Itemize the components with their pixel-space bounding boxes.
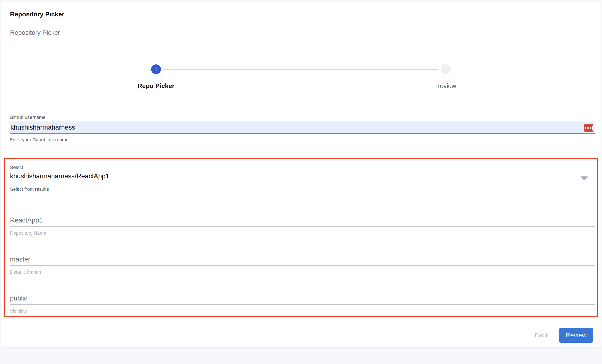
footer-actions: Back Review: [535, 328, 593, 343]
repository-name-underline: [10, 226, 595, 227]
step-2-label: Review: [414, 82, 478, 89]
password-manager-bar: [592, 126, 593, 130]
step-1-label: Repo Picker: [124, 82, 188, 89]
step-1-indicator[interactable]: 1: [151, 64, 161, 74]
page-subtitle: Repository Picker: [10, 29, 60, 36]
github-username-label: Github username: [10, 115, 595, 120]
password-manager-dot: [587, 127, 589, 129]
repository-name-value: ReactApp1: [10, 216, 595, 225]
github-username-input[interactable]: [10, 121, 595, 134]
visibility-field[interactable]: public Visibility: [10, 294, 595, 314]
repository-name-label: Repository Name: [10, 230, 595, 236]
back-button[interactable]: Back: [535, 332, 549, 339]
stepper: 1 2 Repo Picker Review: [1, 64, 601, 92]
visibility-label: Visibility: [10, 308, 595, 314]
default-branch-value: master: [10, 255, 595, 264]
github-username-helper: Enter your Github username: [10, 137, 595, 143]
password-manager-dot: [590, 127, 591, 129]
visibility-underline: [10, 304, 595, 305]
github-username-input-wrap: [10, 121, 595, 134]
visibility-value: public: [10, 294, 595, 303]
repository-name-field[interactable]: ReactApp1 Repository Name: [10, 216, 595, 236]
password-manager-icon[interactable]: [584, 124, 593, 132]
repository-picker-card: Repository Picker Repository Picker 1 2 …: [1, 2, 601, 347]
repo-select-value: khushisharmaharness/ReactApp1: [10, 172, 109, 180]
repo-select-helper: Select from results: [10, 186, 49, 192]
repo-select-dropdown[interactable]: khushisharmaharness/ReactApp1: [10, 171, 594, 182]
dropdown-caret-icon: [580, 176, 588, 180]
highlight-box: Select khushisharmaharness/ReactApp1 Sel…: [4, 158, 598, 317]
step-2-indicator[interactable]: 2: [441, 64, 451, 74]
password-manager-dot: [585, 127, 586, 129]
stepper-connector-line: [163, 69, 438, 69]
repo-select-underline: [10, 183, 595, 183]
default-branch-field[interactable]: master Default Branch: [10, 255, 595, 275]
repo-select-label: Select: [10, 165, 23, 170]
review-button[interactable]: Review: [559, 328, 593, 343]
page-title: Repository Picker: [10, 11, 64, 18]
default-branch-underline: [10, 265, 595, 266]
default-branch-label: Default Branch: [10, 269, 595, 275]
github-username-field: Github username Enter your Github userna…: [10, 115, 595, 143]
